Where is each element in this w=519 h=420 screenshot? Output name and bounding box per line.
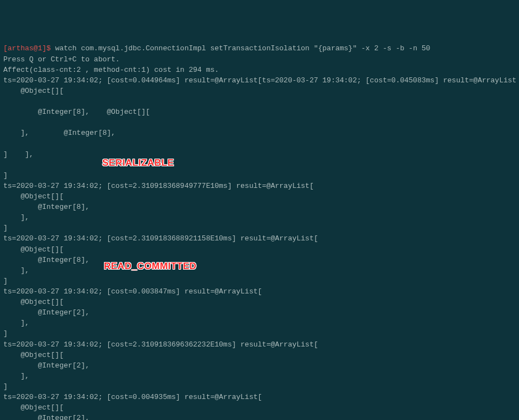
output-line: ], xyxy=(3,372,29,380)
output-line: @Object[][ xyxy=(3,298,64,306)
output-line: @Integer[8], xyxy=(3,203,90,211)
prompt-user-host: [arthas@1]$ xyxy=(3,44,51,53)
output-line: @Object[][ xyxy=(3,87,64,95)
output-line: @Integer[2], xyxy=(3,414,90,420)
output-line: ], xyxy=(3,213,29,222)
output-line: @Object[][ xyxy=(3,245,64,254)
output-line: Press Q or Ctrl+C to abort. xyxy=(3,55,120,64)
output-line: @Integer[8], xyxy=(3,256,90,264)
output-line: ts=2020-03-27 19:34:02; [cost=0.003847ms… xyxy=(3,287,262,296)
output-line: ts=2020-03-27 19:34:02; [cost=2.31091836… xyxy=(3,340,318,349)
output-line: ] xyxy=(3,277,8,285)
terminal-output: [arthas@1]$ watch com.mysql.jdbc.Connect… xyxy=(3,43,516,420)
output-line: ts=2020-03-27 19:34:02; [cost=0.004935ms… xyxy=(3,393,262,401)
output-line: ts=2020-03-27 19:34:02; [cost=2.31091836… xyxy=(3,234,318,243)
output-line: @Object[][ xyxy=(3,403,64,412)
annotation-read-committed: READ_COMMITTED xyxy=(104,260,197,274)
annotation-serializable: SERIALIZABLE xyxy=(102,156,174,170)
output-line: Affect(class-cnt:2 , method-cnt:1) cost … xyxy=(3,66,219,74)
output-line: ] xyxy=(3,171,8,180)
output-line: ], @Integer[8], xyxy=(3,129,116,137)
prompt-line[interactable]: [arthas@1]$ watch com.mysql.jdbc.Connect… xyxy=(3,44,430,53)
output-line: @Object[][ xyxy=(3,192,64,201)
output-line: ] xyxy=(3,224,8,232)
output-line: @Integer[2], xyxy=(3,308,90,317)
output-line: ], xyxy=(3,266,29,275)
output-line: ] ], xyxy=(3,150,34,159)
output-line: ts=2020-03-27 19:34:02; [cost=2.31091836… xyxy=(3,182,314,190)
output-line: ] xyxy=(3,382,8,391)
output-line: ] xyxy=(3,329,8,338)
output-line: @Integer[8], @Object[][ xyxy=(3,108,150,116)
prompt-command: watch com.mysql.jdbc.ConnectionImpl setT… xyxy=(51,44,431,53)
output-line: ts=2020-03-27 19:34:02; [cost=0.044964ms… xyxy=(3,76,516,85)
output-line: @Object[][ xyxy=(3,351,64,359)
output-line: @Integer[2], xyxy=(3,361,90,370)
output-line: ], xyxy=(3,319,29,327)
